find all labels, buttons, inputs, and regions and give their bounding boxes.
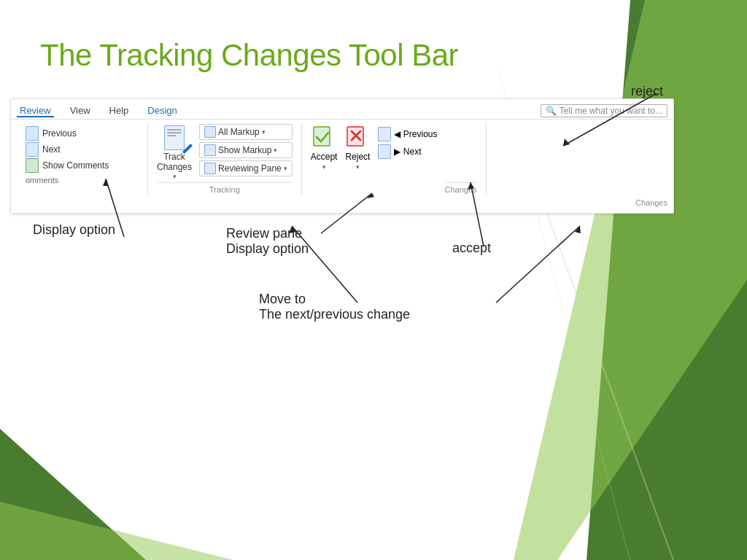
all-markup-arrow: ▾: [262, 128, 266, 136]
reject-dropdown: ▾: [356, 163, 360, 171]
menu-view[interactable]: View: [67, 104, 93, 117]
reject-button[interactable]: Reject ▾: [344, 124, 371, 171]
svg-line-14: [496, 226, 580, 303]
display-option-label: Display option: [33, 222, 115, 238]
track-changes-label: TrackChanges: [157, 152, 192, 173]
prev-nav-icon: [378, 127, 391, 141]
track-dropdown-arrow: ▾: [173, 173, 177, 180]
next-item[interactable]: Next: [26, 141, 139, 158]
show-comments-item[interactable]: Show Comments: [26, 158, 139, 174]
accept-dropdown: ▾: [322, 163, 326, 171]
accept-label: Accept: [311, 152, 338, 162]
show-markup-icon: [204, 144, 216, 156]
all-markup-btn[interactable]: All Markup ▾: [199, 124, 293, 140]
page-title: The Tracking Changes Tool Bar: [40, 38, 458, 73]
previous-label: Previous: [42, 128, 77, 139]
previous-nav-label: ◀ Previous: [394, 129, 437, 139]
accept-button[interactable]: Accept ▾: [311, 124, 338, 171]
slide-content: The Tracking Changes Tool Bar Review Vie…: [0, 0, 747, 560]
show-comments-icon: [26, 158, 39, 173]
ribbon-buttons: Previous Next Show Comments omments: [11, 120, 673, 198]
previous-item[interactable]: Previous: [26, 125, 139, 141]
ribbon-menu: Review View Help Design 🔍 Tell me what y…: [11, 102, 673, 120]
next-label: Next: [42, 144, 61, 155]
comments-section: Previous Next Show Comments omments: [17, 122, 148, 195]
tracking-top: TrackChanges ▾ All Markup ▾ Show Markup: [157, 124, 293, 180]
previous-nav-right[interactable]: ◀ Previous: [378, 127, 437, 141]
track-changes-icon: [160, 124, 189, 152]
menu-review[interactable]: Review: [17, 104, 54, 117]
show-markup-label: Show Markup: [218, 145, 271, 155]
accept-annotation: accept: [452, 241, 491, 256]
show-markup-btn[interactable]: Show Markup ▾: [199, 142, 293, 158]
search-placeholder: Tell me what you want to...: [560, 106, 662, 116]
search-bar[interactable]: 🔍 Tell me what you want to...: [541, 104, 667, 117]
menu-design[interactable]: Design: [144, 104, 179, 117]
search-icon: 🔍: [546, 106, 557, 116]
next-nav-icon: [378, 144, 391, 159]
toolbar-area: Review View Help Design 🔍 Tell me what y…: [10, 98, 674, 214]
svg-marker-15: [575, 226, 581, 233]
tracking-right: All Markup ▾ Show Markup ▾ Reviewing Pan…: [199, 124, 293, 176]
reject-label: Reject: [345, 152, 370, 162]
reject-annotation: reject: [631, 84, 663, 99]
reject-icon: [344, 124, 371, 150]
track-changes-button[interactable]: TrackChanges ▾: [157, 124, 192, 180]
show-markup-arrow: ▾: [274, 147, 277, 154]
tracking-label: Tracking: [157, 182, 293, 194]
next-nav-right[interactable]: ▶ Next: [378, 144, 437, 159]
previous-icon: [26, 126, 39, 141]
reviewing-pane-btn[interactable]: Reviewing Pane ▾: [199, 160, 293, 176]
accept-icon: [311, 124, 337, 150]
show-comments-label: Show Comments: [42, 160, 109, 171]
nav-buttons-right: ◀ Previous ▶ Next: [378, 124, 437, 159]
move-to-label: Move to The next/previous change: [259, 292, 410, 322]
next-icon: [26, 142, 39, 157]
all-markup-label: All Markup: [218, 127, 260, 137]
tracking-section: TrackChanges ▾ All Markup ▾ Show Markup: [148, 122, 302, 195]
changes-label: Changes: [444, 182, 476, 194]
accept-reject-section: Accept ▾ Reject ▾: [302, 122, 487, 195]
reviewing-pane-icon: [204, 163, 216, 174]
markup-icon: [204, 126, 216, 138]
changes-bottom-label: Changes: [11, 198, 673, 209]
reviewing-pane-label: Reviewing Pane: [218, 163, 282, 174]
next-nav-label: ▶ Next: [394, 147, 421, 157]
review-pane-label: Review pane Display option: [226, 226, 309, 257]
reviewing-pane-arrow: ▾: [284, 165, 287, 172]
menu-help[interactable]: Help: [107, 104, 132, 117]
comments-section-label: omments: [26, 176, 139, 184]
